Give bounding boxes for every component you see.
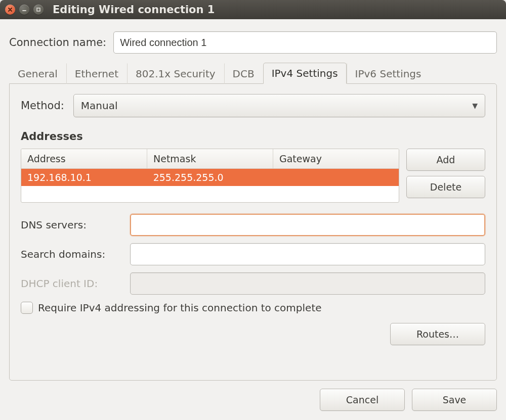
dhcp-client-id-input (130, 272, 485, 295)
method-row: Method: Manual ▼ (21, 94, 485, 117)
window-maximize-button[interactable] (33, 5, 44, 15)
method-combo-value: Manual (81, 100, 118, 112)
dns-servers-label: DNS servers: (21, 219, 125, 231)
dns-servers-input[interactable] (130, 214, 485, 236)
tab-ethernet[interactable]: Ethernet (66, 63, 127, 84)
chevron-down-icon: ▼ (472, 102, 478, 110)
dhcp-client-id-row: DHCP client ID: (21, 272, 485, 295)
column-gateway[interactable]: Gateway (273, 149, 399, 168)
window-close-button[interactable] (5, 5, 15, 15)
connection-name-row: Connection name: (9, 31, 497, 54)
table-row[interactable]: 192.168.10.1 255.255.255.0 (21, 169, 399, 186)
svg-rect-0 (37, 8, 40, 11)
delete-button[interactable]: Delete (406, 176, 485, 198)
close-icon (8, 7, 13, 12)
tab-ipv6-settings[interactable]: IPv6 Settings (347, 63, 430, 84)
add-button[interactable]: Add (406, 149, 485, 171)
table-row[interactable] (21, 186, 399, 202)
window-minimize-button[interactable] (19, 5, 29, 15)
cell-address: 192.168.10.1 (21, 169, 147, 186)
addresses-table-header: Address Netmask Gateway (21, 149, 399, 169)
maximize-icon (36, 7, 41, 12)
cell-gateway (273, 169, 399, 186)
search-domains-row: Search domains: (21, 243, 485, 265)
tab-general[interactable]: General (9, 63, 66, 84)
tab-dcb[interactable]: DCB (224, 63, 263, 84)
tab-ipv4-settings[interactable]: IPv4 Settings (263, 63, 347, 84)
window-title: Editing Wired connection 1 (53, 4, 215, 16)
tab-bar: General Ethernet 802.1x Security DCB IPv… (9, 63, 497, 84)
titlebar: Editing Wired connection 1 (0, 0, 506, 19)
method-label: Method: (21, 100, 64, 112)
minimize-icon (22, 7, 27, 12)
connection-name-label: Connection name: (9, 36, 106, 49)
tab-8021x-security[interactable]: 802.1x Security (127, 63, 224, 84)
require-ipv4-label: Require IPv4 addressing for this connect… (38, 302, 322, 314)
addresses-label: Addresses (21, 130, 485, 143)
dialog-body: Connection name: General Ethernet 802.1x… (0, 19, 506, 420)
form-rows: DNS servers: Search domains: DHCP client… (21, 214, 485, 345)
search-domains-input[interactable] (130, 243, 485, 265)
require-ipv4-row: Require IPv4 addressing for this connect… (21, 302, 485, 314)
column-netmask[interactable]: Netmask (147, 149, 273, 168)
routes-row: Routes… (21, 323, 485, 345)
connection-name-input[interactable] (113, 31, 497, 54)
save-button[interactable]: Save (412, 389, 497, 411)
addresses-buttons: Add Delete (406, 149, 485, 203)
search-domains-label: Search domains: (21, 248, 125, 260)
dns-row: DNS servers: (21, 214, 485, 236)
cell-netmask: 255.255.255.0 (147, 169, 273, 186)
require-ipv4-checkbox[interactable] (21, 302, 33, 314)
routes-button[interactable]: Routes… (390, 323, 485, 345)
ipv4-pane: Method: Manual ▼ Addresses Address Netma… (9, 83, 497, 381)
dialog-buttons: Cancel Save (9, 389, 497, 411)
method-combo[interactable]: Manual ▼ (73, 94, 485, 117)
cancel-button[interactable]: Cancel (320, 389, 405, 411)
addresses-table[interactable]: Address Netmask Gateway 192.168.10.1 255… (21, 149, 399, 203)
addresses-block: Address Netmask Gateway 192.168.10.1 255… (21, 149, 485, 203)
column-address[interactable]: Address (21, 149, 147, 168)
dhcp-client-id-label: DHCP client ID: (21, 277, 125, 290)
